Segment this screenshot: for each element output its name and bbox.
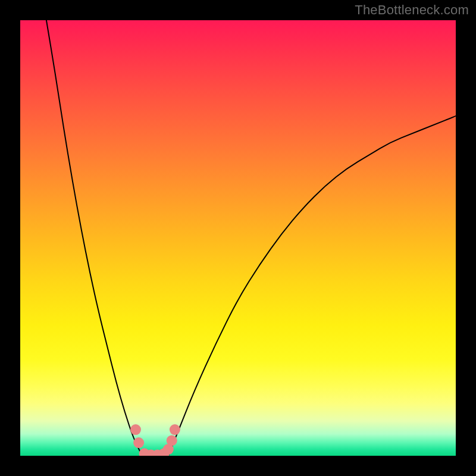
marker-dots [130, 424, 180, 456]
marker-dot [170, 424, 180, 435]
curve-left-branch [46, 20, 142, 456]
marker-dot [167, 435, 177, 446]
curve-layer [20, 20, 456, 456]
plot-area [20, 20, 456, 456]
chart-frame: TheBottleneck.com [0, 0, 476, 476]
marker-dot [133, 437, 144, 448]
watermark-label: TheBottleneck.com [355, 2, 469, 18]
marker-dot [130, 424, 141, 435]
curve-right-branch [168, 116, 456, 456]
